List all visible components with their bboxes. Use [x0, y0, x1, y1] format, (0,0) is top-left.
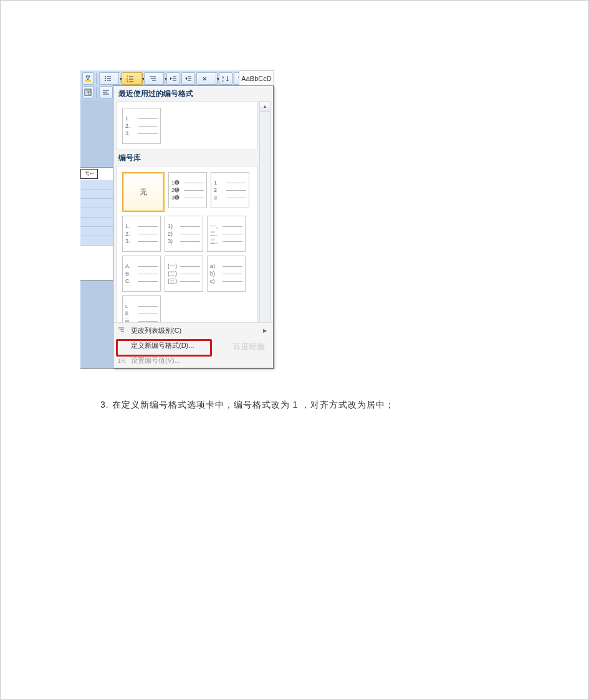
fill-color-icon[interactable]	[82, 72, 93, 85]
svg-text:1½: 1½	[118, 358, 125, 364]
numbering-thumb[interactable]: 1) 2) 3)	[165, 216, 203, 252]
char-border-icon[interactable]: 字	[82, 86, 93, 98]
menu-label: 设置编号值(V)...	[131, 356, 180, 365]
bullets-button[interactable]: ▾	[99, 72, 120, 85]
menu-label: 更改列表级别(C)	[131, 326, 181, 335]
list-level-icon	[117, 326, 126, 335]
numbering-thumb-none[interactable]: 无	[122, 172, 165, 212]
thumb-label: 1➊	[171, 180, 183, 186]
thumb-label: 3➊	[171, 194, 183, 201]
numbering-thumb[interactable]: 1 2 3	[211, 172, 249, 208]
thumb-label: 2	[214, 187, 225, 193]
thumb-label: 1)	[168, 223, 179, 229]
ribbon-separator	[96, 87, 97, 98]
thumb-label: a)	[210, 263, 221, 269]
numbering-thumb-recent[interactable]: 1. 2. 3.	[122, 108, 161, 144]
thumb-label: i.	[125, 303, 136, 309]
recent-formats-header: 最近使用过的编号格式	[113, 86, 273, 102]
table-rows-fragment	[80, 180, 113, 246]
panel-scrollbar[interactable]: ▴ ▾	[259, 101, 271, 345]
table-cell-fragment: 号↩	[80, 169, 98, 179]
thumb-label: C.	[125, 278, 136, 284]
numbering-thumb[interactable]: 1➊ 2➊ 3➊	[168, 172, 207, 208]
numbering-thumb[interactable]: a) b) c)	[207, 256, 246, 292]
set-numbering-value-item[interactable]: 1½ 设置编号值(V)...	[113, 353, 273, 368]
thumb-label: 3.	[125, 130, 136, 137]
document-page: ▾ 123 ▾ ▾ ✕ ▾	[0, 0, 589, 700]
svg-text:Z: Z	[222, 79, 224, 82]
thumb-label: 3)	[168, 238, 179, 244]
thumb-label: 1	[214, 180, 225, 186]
none-label: 无	[140, 187, 147, 198]
thumb-label: 2)	[168, 231, 179, 237]
change-list-level-item[interactable]: 更改列表级别(C) ▶	[113, 323, 273, 338]
ribbon-separator	[96, 73, 97, 84]
thumb-label: (三)	[168, 277, 179, 285]
thumb-label: 1.	[125, 115, 136, 122]
thumb-label: 三、	[210, 237, 221, 246]
thumb-label: 3	[214, 194, 225, 201]
thumb-label: 3.	[125, 238, 136, 244]
set-value-icon: 1½	[117, 356, 126, 365]
align-left-button[interactable]	[99, 86, 113, 98]
ribbon-row-1: ▾ 123 ▾ ▾ ✕ ▾	[80, 70, 248, 85]
recent-formats-area: 1. 2. 3.	[116, 102, 258, 150]
thumb-label: b)	[210, 271, 221, 277]
thumb-label: 2➊	[171, 187, 183, 193]
numbering-thumb[interactable]: (一) (二) (三)	[165, 256, 203, 292]
thumb-label: 2.	[125, 231, 136, 237]
svg-text:✕: ✕	[202, 75, 207, 82]
style-sample[interactable]: AaBbCcD	[239, 70, 274, 87]
numbering-thumb[interactable]: 1. 2. 3.	[122, 216, 161, 252]
thumb-label: 2.	[125, 123, 136, 129]
numbering-thumb[interactable]: A. B. C.	[122, 256, 161, 292]
embedded-screenshot: ▾ 123 ▾ ▾ ✕ ▾	[80, 70, 274, 369]
numbering-library-area: 无 1➊ 2➊ 3➊ 1 2 3	[116, 166, 258, 342]
thumb-label: B.	[125, 271, 136, 277]
scroll-up-arrow-icon[interactable]: ▴	[260, 102, 270, 112]
numbering-button[interactable]: 123 ▾	[122, 72, 143, 85]
library-header: 编号库	[113, 150, 273, 166]
thumb-label: 1.	[125, 223, 136, 229]
submenu-arrow-icon: ▶	[263, 328, 267, 333]
svg-text:3: 3	[127, 80, 128, 82]
thumb-label: A.	[125, 263, 136, 269]
thumb-label: c)	[210, 278, 221, 284]
sort-button[interactable]: AZ	[219, 72, 232, 85]
numbering-dropdown-panel: ▴ ▾ 最近使用过的编号格式 1. 2. 3. 编号库 无	[113, 85, 274, 368]
numbering-thumb[interactable]: 一、 二、 三、	[207, 216, 246, 252]
asian-layout-button[interactable]: ✕ ▾	[196, 72, 218, 85]
svg-point-1	[105, 76, 106, 77]
menu-label: 定义新编号格式(D)...	[131, 341, 194, 350]
svg-text:字: 字	[86, 90, 91, 95]
thumb-label: ii.	[125, 310, 136, 317]
decrease-indent-button[interactable]	[166, 72, 180, 85]
svg-point-3	[105, 78, 106, 79]
instruction-caption: 3. 在定义新编号格式选项卡中，编号格式改为 1 ，对齐方式改为居中；	[100, 400, 514, 411]
multilevel-list-button[interactable]: ▾	[144, 72, 165, 85]
watermark: 百度经验	[233, 342, 266, 352]
svg-point-5	[105, 80, 106, 81]
increase-indent-button[interactable]	[181, 72, 195, 85]
